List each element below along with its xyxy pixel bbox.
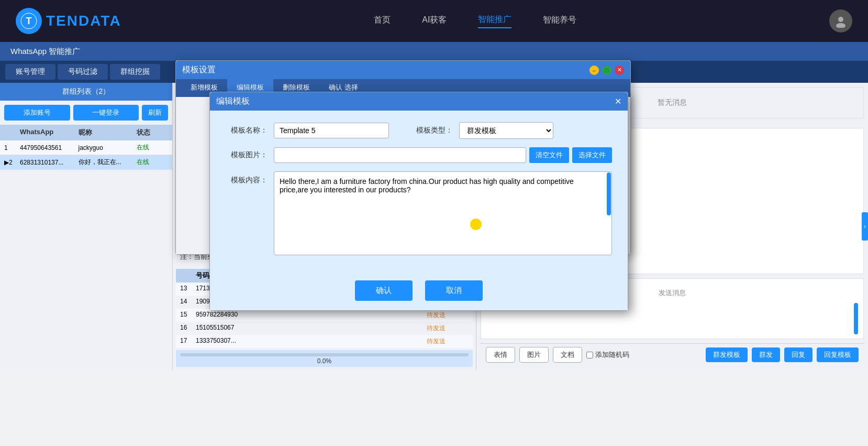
name-label: 模板名称： bbox=[226, 126, 268, 135]
choose-file-button[interactable]: 选择文件 bbox=[572, 147, 612, 163]
textarea-wrapper: Hello there,I am a furniture factory fro… bbox=[274, 171, 612, 257]
progress-text: 0.0% bbox=[180, 357, 469, 365]
progress-bar-container bbox=[180, 353, 469, 356]
progress-section: 0.0% bbox=[176, 350, 473, 367]
row-num: ▶2 bbox=[4, 159, 20, 166]
edit-modal-title: 编辑模板 bbox=[216, 96, 250, 107]
maximize-button[interactable]: □ bbox=[602, 66, 611, 75]
sub-header-title: WhatsApp 智能推广 bbox=[10, 47, 80, 57]
group-actions: 添加账号 一键登录 刷新 bbox=[0, 101, 172, 125]
type-label: 模板类型： bbox=[411, 126, 453, 135]
row-nickname: 你好，我正在... bbox=[79, 158, 137, 167]
phone-row-16[interactable]: 1615105515067待发送 bbox=[176, 322, 473, 335]
minimize-button[interactable]: – bbox=[589, 66, 599, 75]
cancel-button[interactable]: 取消 bbox=[425, 280, 483, 301]
phone-row-17[interactable]: 171333750307...待发送 bbox=[176, 335, 473, 348]
send-scrollbar[interactable] bbox=[854, 303, 858, 334]
sub-header: WhatsApp 智能推广 bbox=[0, 42, 868, 61]
col-whatsapp: WhatsApp bbox=[20, 128, 79, 137]
one-click-login-button[interactable]: 一键登录 bbox=[73, 105, 139, 121]
edit-template-modal: 编辑模板 ✕ 模板名称： 模板类型： 群发模板 模板图片： 清空文件 选择文件 … bbox=[209, 92, 628, 311]
emoji-button[interactable]: 表情 bbox=[486, 347, 515, 363]
nav-smart-nurture[interactable]: 智能养号 bbox=[543, 15, 576, 28]
row-num: 1 bbox=[4, 144, 20, 151]
tab-group-mining[interactable]: 群组挖掘 bbox=[110, 64, 160, 80]
modal-titlebar: 模板设置 – □ ✕ bbox=[176, 61, 630, 79]
confirm-button[interactable]: 确认 bbox=[355, 280, 413, 301]
template-content-textarea[interactable]: Hello there,I am a furniture factory fro… bbox=[274, 171, 612, 255]
logo-text: TENDATA bbox=[46, 13, 121, 29]
col-nickname: 昵称 bbox=[79, 128, 137, 137]
image-button[interactable]: 图片 bbox=[519, 347, 549, 363]
edit-modal-body: 模板名称： 模板类型： 群发模板 模板图片： 清空文件 选择文件 模板内容： H… bbox=[210, 111, 628, 271]
nav-home[interactable]: 首页 bbox=[374, 15, 391, 28]
row-whatsapp: 62831310137... bbox=[20, 159, 79, 166]
template-name-input[interactable] bbox=[274, 123, 389, 138]
modal-window-controls: – □ ✕ bbox=[589, 66, 624, 75]
reply-template-button[interactable]: 回复模板 bbox=[817, 347, 859, 362]
file-input-group: 清空文件 选择文件 bbox=[274, 147, 612, 163]
svg-point-3 bbox=[836, 23, 845, 28]
edit-modal-actions: 确认 取消 bbox=[210, 271, 628, 310]
main-nav: 首页 AI获客 智能推广 智能养号 bbox=[374, 14, 576, 28]
user-avatar[interactable] bbox=[829, 9, 852, 32]
group-table-row[interactable]: 1 447950643561 jackyguo 在线 bbox=[0, 140, 172, 155]
bottom-toolbar: 表情 图片 文档 添加随机码 群发模板 群发 回复 回复模板 bbox=[481, 343, 864, 366]
header: T TENDATA 首页 AI获客 智能推广 智能养号 bbox=[0, 0, 868, 42]
left-sidebar: 群组列表（2） 添加账号 一键登录 刷新 WhatsApp 昵称 状态 1 44… bbox=[0, 83, 173, 370]
random-code-checkbox[interactable] bbox=[586, 352, 593, 358]
add-account-button[interactable]: 添加账号 bbox=[4, 105, 70, 121]
group-list-header: 群组列表（2） bbox=[0, 83, 172, 101]
edit-modal-close[interactable]: ✕ bbox=[615, 96, 621, 106]
doc-button[interactable]: 文档 bbox=[553, 347, 582, 363]
side-collapse-button[interactable]: › bbox=[862, 212, 868, 241]
image-row: 模板图片： 清空文件 选择文件 bbox=[226, 147, 612, 163]
content-label: 模板内容： bbox=[226, 176, 268, 185]
mass-send-button[interactable]: 群发 bbox=[752, 347, 780, 362]
col-status: 状态 bbox=[137, 128, 168, 137]
group-table-header: WhatsApp 昵称 状态 bbox=[0, 125, 172, 140]
name-type-row: 模板名称： 模板类型： 群发模板 bbox=[226, 122, 612, 139]
row-status: 在线 bbox=[137, 158, 168, 167]
tab-number-filter[interactable]: 号码过滤 bbox=[58, 64, 108, 80]
svg-point-2 bbox=[838, 17, 843, 22]
nav-smart-promote[interactable]: 智能推广 bbox=[478, 14, 511, 28]
modal-title: 模板设置 bbox=[182, 64, 216, 75]
random-code-label: 添加随机码 bbox=[586, 350, 629, 360]
svg-text:T: T bbox=[26, 16, 32, 26]
nav-ai[interactable]: AI获客 bbox=[422, 15, 447, 28]
textarea-scrollbar[interactable] bbox=[607, 172, 611, 215]
group-table-row[interactable]: ▶2 62831310137... 你好，我正在... 在线 bbox=[0, 155, 172, 170]
template-type-select[interactable]: 群发模板 bbox=[459, 122, 553, 139]
row-whatsapp: 447950643561 bbox=[20, 144, 79, 151]
edit-modal-header: 编辑模板 ✕ bbox=[210, 92, 628, 111]
reply-button[interactable]: 回复 bbox=[784, 347, 813, 362]
clear-file-button[interactable]: 清空文件 bbox=[529, 147, 569, 163]
row-nickname: jackyguo bbox=[79, 144, 137, 151]
row-status: 在线 bbox=[137, 143, 168, 152]
file-path-input[interactable] bbox=[274, 147, 526, 163]
refresh-button[interactable]: 刷新 bbox=[142, 105, 168, 121]
logo-icon: T bbox=[16, 8, 42, 34]
content-row: 模板内容： Hello there,I am a furniture facto… bbox=[226, 171, 612, 257]
mass-send-template-button[interactable]: 群发模板 bbox=[706, 347, 748, 362]
tab-account-management[interactable]: 账号管理 bbox=[5, 64, 55, 80]
image-label: 模板图片： bbox=[226, 150, 268, 160]
modal-close-button[interactable]: ✕ bbox=[615, 66, 624, 75]
logo: T TENDATA bbox=[16, 8, 121, 34]
